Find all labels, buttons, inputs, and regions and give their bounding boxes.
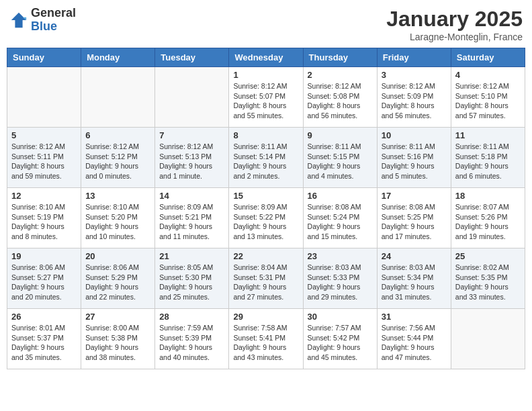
calendar-cell: 11Sunrise: 8:11 AM Sunset: 5:18 PM Dayli… (451, 128, 525, 188)
day-info: Sunrise: 8:02 AM Sunset: 5:35 PM Dayligh… (455, 263, 521, 302)
day-info: Sunrise: 8:12 AM Sunset: 5:07 PM Dayligh… (233, 81, 298, 121)
day-info: Sunrise: 8:08 AM Sunset: 5:25 PM Dayligh… (382, 202, 447, 242)
day-info: Sunrise: 8:12 AM Sunset: 5:10 PM Dayligh… (455, 81, 521, 121)
logo: General Blue (9, 7, 76, 34)
day-number: 15 (233, 191, 298, 201)
day-number: 6 (85, 130, 150, 140)
calendar-week-row: 26Sunrise: 8:01 AM Sunset: 5:37 PM Dayli… (7, 309, 525, 369)
title-area: January 2025 Laragne-Monteglin, France (386, 7, 523, 42)
day-info: Sunrise: 8:12 AM Sunset: 5:12 PM Dayligh… (85, 142, 150, 181)
day-number: 18 (455, 191, 521, 201)
day-info: Sunrise: 8:03 AM Sunset: 5:34 PM Dayligh… (382, 263, 447, 302)
day-number: 4 (455, 70, 521, 80)
day-number: 7 (159, 130, 224, 140)
day-info: Sunrise: 8:10 AM Sunset: 5:19 PM Dayligh… (11, 202, 77, 242)
weekday-header-saturday: Saturday (451, 48, 525, 67)
calendar-cell: 10Sunrise: 8:11 AM Sunset: 5:16 PM Dayli… (377, 128, 451, 188)
day-number: 1 (233, 70, 298, 80)
calendar-cell: 7Sunrise: 8:12 AM Sunset: 5:13 PM Daylig… (155, 128, 229, 188)
weekday-header-monday: Monday (81, 48, 155, 67)
day-number: 19 (11, 251, 77, 261)
day-number: 23 (308, 251, 373, 261)
day-info: Sunrise: 8:11 AM Sunset: 5:18 PM Dayligh… (455, 142, 521, 181)
calendar-week-row: 1Sunrise: 8:12 AM Sunset: 5:07 PM Daylig… (7, 67, 525, 128)
day-info: Sunrise: 8:07 AM Sunset: 5:26 PM Dayligh… (455, 202, 521, 242)
day-number: 27 (85, 312, 150, 322)
day-info: Sunrise: 7:59 AM Sunset: 5:39 PM Dayligh… (159, 323, 224, 363)
day-number: 5 (11, 130, 77, 140)
day-info: Sunrise: 8:01 AM Sunset: 5:37 PM Dayligh… (11, 323, 77, 363)
day-number: 11 (455, 130, 521, 140)
day-number: 31 (382, 312, 447, 322)
calendar-cell: 9Sunrise: 8:11 AM Sunset: 5:15 PM Daylig… (303, 128, 377, 188)
calendar-cell: 5Sunrise: 8:12 AM Sunset: 5:11 PM Daylig… (7, 128, 81, 188)
page-header: General Blue January 2025 Laragne-Monteg… (7, 7, 525, 42)
calendar-cell: 25Sunrise: 8:02 AM Sunset: 5:35 PM Dayli… (451, 248, 525, 309)
day-number: 24 (382, 251, 447, 261)
calendar-cell: 14Sunrise: 8:09 AM Sunset: 5:21 PM Dayli… (155, 188, 229, 248)
day-info: Sunrise: 8:04 AM Sunset: 5:31 PM Dayligh… (233, 263, 298, 302)
calendar-cell: 26Sunrise: 8:01 AM Sunset: 5:37 PM Dayli… (7, 309, 81, 369)
calendar-week-row: 5Sunrise: 8:12 AM Sunset: 5:11 PM Daylig… (7, 128, 525, 188)
day-number: 28 (159, 312, 224, 322)
day-number: 21 (159, 251, 224, 261)
calendar-cell (7, 67, 81, 128)
logo-general-text: General (31, 6, 76, 19)
day-info: Sunrise: 8:00 AM Sunset: 5:38 PM Dayligh… (85, 323, 150, 363)
calendar-cell: 20Sunrise: 8:06 AM Sunset: 5:29 PM Dayli… (81, 248, 155, 309)
logo-icon (9, 11, 28, 30)
calendar-cell: 16Sunrise: 8:08 AM Sunset: 5:24 PM Dayli… (303, 188, 377, 248)
calendar-cell: 22Sunrise: 8:04 AM Sunset: 5:31 PM Dayli… (229, 248, 303, 309)
calendar-cell: 23Sunrise: 8:03 AM Sunset: 5:33 PM Dayli… (303, 248, 377, 309)
day-number: 20 (85, 251, 150, 261)
day-info: Sunrise: 8:10 AM Sunset: 5:20 PM Dayligh… (85, 202, 150, 242)
calendar-cell (155, 67, 229, 128)
day-number: 22 (233, 251, 298, 261)
calendar-cell: 18Sunrise: 8:07 AM Sunset: 5:26 PM Dayli… (451, 188, 525, 248)
calendar-cell: 13Sunrise: 8:10 AM Sunset: 5:20 PM Dayli… (81, 188, 155, 248)
day-number: 26 (11, 312, 77, 322)
calendar-cell: 3Sunrise: 8:12 AM Sunset: 5:09 PM Daylig… (377, 67, 451, 128)
calendar-cell (451, 309, 525, 369)
day-number: 17 (382, 191, 447, 201)
day-number: 12 (11, 191, 77, 201)
day-number: 29 (233, 312, 298, 322)
weekday-header-tuesday: Tuesday (155, 48, 229, 67)
day-number: 8 (233, 130, 298, 140)
day-info: Sunrise: 8:06 AM Sunset: 5:27 PM Dayligh… (11, 263, 77, 302)
calendar-cell: 6Sunrise: 8:12 AM Sunset: 5:12 PM Daylig… (81, 128, 155, 188)
calendar-cell: 8Sunrise: 8:11 AM Sunset: 5:14 PM Daylig… (229, 128, 303, 188)
calendar-cell: 27Sunrise: 8:00 AM Sunset: 5:38 PM Dayli… (81, 309, 155, 369)
calendar-cell: 12Sunrise: 8:10 AM Sunset: 5:19 PM Dayli… (7, 188, 81, 248)
calendar-cell: 4Sunrise: 8:12 AM Sunset: 5:10 PM Daylig… (451, 67, 525, 128)
calendar-cell: 29Sunrise: 7:58 AM Sunset: 5:41 PM Dayli… (229, 309, 303, 369)
day-info: Sunrise: 8:12 AM Sunset: 5:11 PM Dayligh… (11, 142, 77, 181)
calendar-cell: 28Sunrise: 7:59 AM Sunset: 5:39 PM Dayli… (155, 309, 229, 369)
day-info: Sunrise: 8:11 AM Sunset: 5:15 PM Dayligh… (308, 142, 373, 181)
day-number: 14 (159, 191, 224, 201)
calendar-cell: 31Sunrise: 7:56 AM Sunset: 5:44 PM Dayli… (377, 309, 451, 369)
day-info: Sunrise: 8:05 AM Sunset: 5:30 PM Dayligh… (159, 263, 224, 302)
weekday-header-row: SundayMondayTuesdayWednesdayThursdayFrid… (7, 48, 525, 67)
calendar-cell: 15Sunrise: 8:09 AM Sunset: 5:22 PM Dayli… (229, 188, 303, 248)
day-info: Sunrise: 8:11 AM Sunset: 5:14 PM Dayligh… (233, 142, 298, 181)
day-info: Sunrise: 7:58 AM Sunset: 5:41 PM Dayligh… (233, 323, 298, 363)
day-number: 9 (308, 130, 373, 140)
day-info: Sunrise: 8:09 AM Sunset: 5:22 PM Dayligh… (233, 202, 298, 242)
day-info: Sunrise: 8:08 AM Sunset: 5:24 PM Dayligh… (308, 202, 373, 242)
location-subtitle: Laragne-Monteglin, France (386, 32, 523, 42)
day-info: Sunrise: 8:12 AM Sunset: 5:09 PM Dayligh… (382, 81, 447, 121)
calendar-table: SundayMondayTuesdayWednesdayThursdayFrid… (7, 48, 525, 369)
day-number: 3 (382, 70, 447, 80)
calendar-cell: 2Sunrise: 8:12 AM Sunset: 5:08 PM Daylig… (303, 67, 377, 128)
day-info: Sunrise: 8:03 AM Sunset: 5:33 PM Dayligh… (308, 263, 373, 302)
calendar-cell: 1Sunrise: 8:12 AM Sunset: 5:07 PM Daylig… (229, 67, 303, 128)
weekday-header-wednesday: Wednesday (229, 48, 303, 67)
day-info: Sunrise: 8:11 AM Sunset: 5:16 PM Dayligh… (382, 142, 447, 181)
day-info: Sunrise: 8:12 AM Sunset: 5:13 PM Dayligh… (159, 142, 224, 181)
day-info: Sunrise: 8:06 AM Sunset: 5:29 PM Dayligh… (85, 263, 150, 302)
weekday-header-friday: Friday (377, 48, 451, 67)
day-number: 25 (455, 251, 521, 261)
day-number: 10 (382, 130, 447, 140)
calendar-cell: 24Sunrise: 8:03 AM Sunset: 5:34 PM Dayli… (377, 248, 451, 309)
